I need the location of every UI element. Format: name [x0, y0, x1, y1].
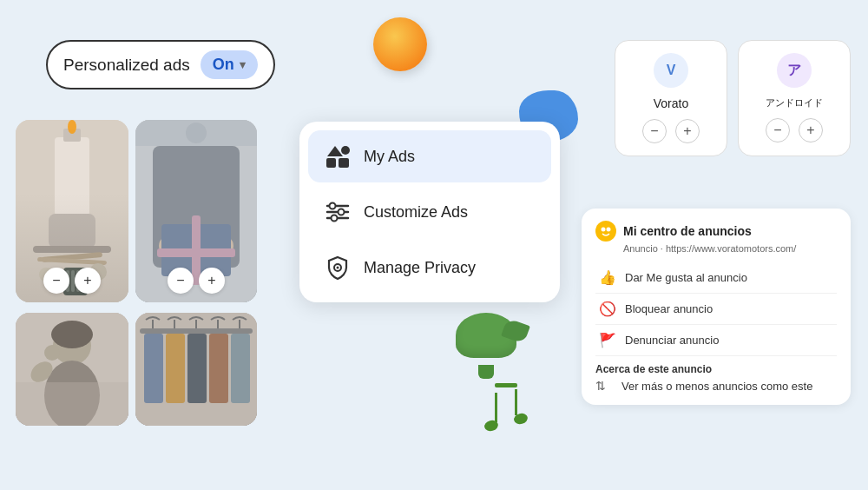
- report-label: Denunciar anuncio: [625, 334, 719, 347]
- ads-dropdown-menu: My Ads Customize Ads Manage Privacy: [299, 122, 560, 302]
- svg-point-50: [339, 209, 345, 215]
- android-name: アンドロイド: [766, 96, 823, 109]
- deco-music-note: [484, 383, 528, 431]
- vorato-controls: − +: [642, 119, 700, 143]
- brand-cards-container: V Vorato − + ア アンドロイド − +: [615, 40, 851, 156]
- vorato-minus-btn[interactable]: −: [642, 119, 667, 143]
- svg-rect-38: [166, 334, 185, 403]
- block-label: Bloquear anuncio: [625, 302, 713, 315]
- deco-orange-ball: [373, 17, 427, 71]
- svg-rect-31: [140, 328, 253, 334]
- svg-point-28: [44, 345, 60, 361]
- image-card-clothes: [135, 313, 257, 426]
- svg-point-51: [332, 215, 338, 222]
- sort-icon: ⇅: [595, 379, 613, 393]
- like-icon: 👍: [599, 269, 616, 286]
- like-label: Dar Me gusta al anuncio: [625, 271, 747, 284]
- svg-point-25: [51, 321, 93, 348]
- svg-point-56: [607, 228, 611, 232]
- svg-point-3: [68, 120, 76, 134]
- my-ads-icon: [324, 142, 352, 170]
- image-card-woman: [16, 313, 128, 426]
- svg-rect-5: [33, 246, 111, 253]
- svg-point-53: [337, 267, 339, 269]
- ad-center-subtitle: Anuncio · https://www.voratomotors.com/: [623, 243, 837, 254]
- svg-rect-6: [42, 252, 102, 262]
- image-card-candle: − +: [16, 120, 128, 302]
- my-ads-label: My Ads: [364, 148, 415, 166]
- card2-controls: − +: [168, 268, 225, 294]
- manage-privacy-label: Manage Privacy: [364, 259, 476, 277]
- android-controls: − +: [766, 118, 823, 142]
- svg-rect-1: [55, 137, 89, 215]
- personalized-ads-toggle[interactable]: Personalized ads On ▾: [46, 40, 275, 89]
- card1-plus-btn[interactable]: +: [75, 268, 101, 294]
- svg-point-22: [186, 122, 207, 143]
- svg-point-55: [602, 228, 606, 232]
- svg-rect-44: [326, 158, 336, 168]
- image-card-wrapping: − +: [135, 120, 257, 302]
- vorato-plus-btn[interactable]: +: [675, 119, 700, 143]
- brand-card-vorato: V Vorato − +: [615, 40, 727, 156]
- android-avatar: ア: [777, 53, 812, 88]
- card1-controls: − +: [43, 268, 101, 294]
- block-icon: 🚫: [599, 301, 616, 317]
- svg-rect-4: [49, 214, 95, 248]
- ad-center-icon: [595, 221, 616, 242]
- svg-rect-20: [157, 248, 235, 257]
- svg-rect-40: [209, 334, 228, 403]
- svg-rect-41: [231, 334, 250, 403]
- manage-privacy-icon: [324, 254, 352, 281]
- brand-card-android: ア アンドロイド − +: [738, 40, 851, 156]
- card2-plus-btn[interactable]: +: [199, 268, 225, 294]
- toggle-label: Personalized ads: [63, 56, 190, 75]
- report-icon: 🚩: [599, 332, 616, 348]
- svg-rect-45: [339, 158, 349, 168]
- more-less-label: Ver más o menos anuncios como este: [621, 380, 812, 393]
- android-minus-btn[interactable]: −: [766, 118, 790, 142]
- ad-action-block[interactable]: 🚫 Bloquear anuncio: [595, 294, 837, 325]
- ad-action-like[interactable]: 👍 Dar Me gusta al anuncio: [595, 262, 837, 294]
- ad-center-title: Mi centro de anuncios: [623, 224, 752, 238]
- android-plus-btn[interactable]: +: [799, 118, 823, 142]
- toggle-arrow: ▾: [240, 58, 246, 71]
- toggle-on-badge[interactable]: On ▾: [201, 50, 258, 79]
- svg-point-54: [597, 222, 615, 240]
- vorato-name: Vorato: [654, 96, 688, 110]
- card2-minus-btn[interactable]: −: [168, 268, 194, 294]
- svg-marker-42: [327, 146, 343, 156]
- customize-ads-icon: [324, 198, 352, 226]
- menu-item-customize-ads[interactable]: Customize Ads: [308, 186, 551, 238]
- ad-more-less-action[interactable]: ⇅ Ver más o menos anuncios como este: [595, 379, 837, 393]
- svg-rect-29: [16, 382, 128, 426]
- toggle-status: On: [213, 56, 234, 74]
- deco-green-mushroom: [451, 313, 521, 379]
- svg-point-43: [341, 146, 350, 155]
- svg-point-49: [330, 203, 336, 209]
- ad-center-panel: Mi centro de anuncios Anuncio · https://…: [582, 209, 851, 405]
- card1-minus-btn[interactable]: −: [43, 268, 69, 294]
- svg-rect-37: [144, 334, 163, 403]
- vorato-avatar: V: [654, 53, 688, 88]
- menu-item-manage-privacy[interactable]: Manage Privacy: [308, 242, 551, 294]
- svg-rect-7: [37, 257, 107, 265]
- ad-action-report[interactable]: 🚩 Denunciar anuncio: [595, 325, 837, 356]
- customize-ads-label: Customize Ads: [364, 203, 468, 222]
- menu-item-my-ads[interactable]: My Ads: [308, 130, 551, 182]
- svg-rect-39: [187, 334, 207, 403]
- ad-center-header: Mi centro de anuncios: [595, 221, 837, 242]
- ad-about-section-title: Acerca de este anuncio: [595, 363, 837, 375]
- image-cards-container: − + − +: [16, 120, 285, 426]
